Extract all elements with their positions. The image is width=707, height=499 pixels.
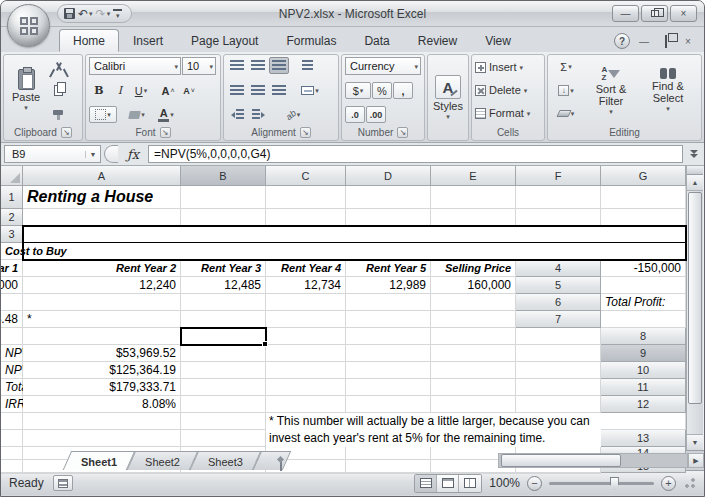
cell-E8[interactable]: [346, 345, 431, 362]
cell-B9[interactable]: $125,364.19: [23, 362, 181, 379]
cell-B2[interactable]: [181, 209, 266, 226]
tab-formulas[interactable]: Formulas: [272, 29, 350, 52]
orientation-button[interactable]: ab▾: [280, 106, 306, 123]
alignment-dialog-launcher[interactable]: ↘: [300, 127, 311, 138]
cell-F12[interactable]: [23, 430, 181, 447]
font-family-select[interactable]: Calibri▾: [89, 57, 181, 75]
cell-A14[interactable]: [1, 460, 23, 473]
cell-B10[interactable]: $179,333.71: [23, 379, 181, 396]
cell-G12[interactable]: [181, 430, 266, 447]
cell-B5[interactable]: [1, 294, 23, 311]
accounting-format-button[interactable]: $▾: [345, 82, 371, 99]
cell-G2[interactable]: [601, 209, 686, 226]
styles-button[interactable]: A Styles ▾: [428, 57, 468, 138]
bottom-align-button[interactable]: [269, 57, 289, 74]
cell-D10[interactable]: [266, 379, 346, 396]
cell-B4[interactable]: 12,000: [1, 277, 23, 294]
cell-G4[interactable]: 160,000: [431, 277, 516, 294]
cell-A15[interactable]: [1, 473, 23, 474]
cell-D1[interactable]: [346, 186, 431, 209]
column-header-D[interactable]: D: [346, 166, 431, 186]
row-header-12[interactable]: 12: [601, 396, 686, 413]
cell-G1[interactable]: [601, 186, 686, 209]
italic-button[interactable]: I: [110, 82, 130, 99]
cell-F2[interactable]: [516, 209, 601, 226]
cell-D9[interactable]: [266, 362, 346, 379]
cell-F11[interactable]: [431, 396, 516, 413]
row-header-1[interactable]: 1: [1, 186, 23, 209]
cell-D5[interactable]: [181, 294, 266, 311]
delete-cells-button[interactable]: Delete▾: [475, 81, 541, 99]
cell-D6[interactable]: [181, 311, 266, 328]
cell-F5[interactable]: [346, 294, 431, 311]
cell-E14[interactable]: [346, 460, 431, 473]
cell-A6[interactable]: Total Profit:: [601, 294, 686, 311]
cell-A11[interactable]: IRR:: [1, 396, 23, 413]
cell-E11[interactable]: [346, 396, 431, 413]
fill-button[interactable]: ↓▾: [551, 82, 581, 99]
column-header-A[interactable]: A: [23, 166, 181, 186]
cell-B6[interactable]: $72,448.48: [1, 311, 23, 328]
zoom-slider[interactable]: [549, 482, 654, 485]
cell-G6[interactable]: [431, 311, 516, 328]
cell-E1[interactable]: [431, 186, 516, 209]
number-dialog-launcher[interactable]: ↘: [397, 127, 408, 138]
cell-A4[interactable]: -150,000: [601, 260, 686, 277]
expand-formula-bar-button[interactable]: [686, 150, 701, 158]
cell-C8[interactable]: [181, 345, 266, 362]
cell-G11[interactable]: [516, 396, 601, 413]
resize-grip[interactable]: [683, 477, 696, 490]
tab-data[interactable]: Data: [350, 29, 403, 52]
cell-C7[interactable]: [23, 328, 181, 345]
cell-C9[interactable]: [181, 362, 266, 379]
paste-button[interactable]: Paste ▾: [7, 57, 45, 123]
format-painter-button[interactable]: [48, 104, 68, 121]
cell-A2[interactable]: [23, 209, 181, 226]
cell-F15[interactable]: [431, 473, 516, 474]
cell-F4[interactable]: 12,989: [346, 277, 431, 294]
workbook-minimize-button[interactable]: —: [636, 36, 652, 47]
customize-qat-button[interactable]: ▾: [113, 9, 122, 19]
cell-C10[interactable]: [181, 379, 266, 396]
row-header-13[interactable]: 13: [601, 430, 686, 447]
cell-E4[interactable]: 12,734: [266, 277, 346, 294]
vertical-scrollbar[interactable]: ▲ ▼: [686, 166, 703, 450]
cut-button[interactable]: [48, 59, 68, 76]
autosum-button[interactable]: Σ▾: [551, 58, 581, 75]
cell-C11[interactable]: [181, 396, 266, 413]
cell-B11[interactable]: 8.08%: [23, 396, 181, 413]
cell-B3[interactable]: Rent Year 1: [1, 260, 23, 277]
page-layout-view-button[interactable]: [437, 475, 459, 492]
top-align-button[interactable]: [227, 57, 247, 74]
cell-D2[interactable]: [346, 209, 431, 226]
zoom-level[interactable]: 100%: [489, 476, 520, 490]
macro-record-button[interactable]: [53, 475, 73, 491]
tab-review[interactable]: Review: [404, 29, 471, 52]
name-box[interactable]: B9 ▼: [4, 145, 101, 163]
sheet-tab-sheet2[interactable]: Sheet2: [131, 451, 194, 470]
cell-C5[interactable]: [23, 294, 181, 311]
scroll-up-button[interactable]: ▲: [687, 175, 703, 191]
cell-A8[interactable]: NPV of rent:: [1, 345, 23, 362]
align-left-button[interactable]: [227, 82, 247, 99]
cell-G10[interactable]: [516, 379, 601, 396]
cell-E12[interactable]: [1, 430, 23, 447]
cell-G7[interactable]: [516, 328, 601, 345]
workbook-restore-button[interactable]: [658, 36, 674, 47]
column-header-G[interactable]: G: [601, 166, 686, 186]
column-header-F[interactable]: F: [516, 166, 601, 186]
row-header-5[interactable]: 5: [516, 277, 601, 294]
cell-C6[interactable]: *: [23, 311, 181, 328]
row-header-8[interactable]: 8: [601, 328, 686, 345]
redo-button[interactable]: ↷▾: [96, 7, 111, 21]
cell-G3[interactable]: Selling Price: [431, 260, 516, 277]
cell-B1[interactable]: [181, 186, 266, 209]
name-box-dropdown-icon[interactable]: ▼: [85, 151, 100, 158]
number-format-select[interactable]: Currency▾: [345, 57, 421, 75]
cell-A1[interactable]: Renting a House: [23, 186, 181, 209]
office-button[interactable]: [7, 4, 50, 47]
increase-decimal-button[interactable]: .0: [345, 106, 365, 123]
bold-button[interactable]: B: [89, 82, 109, 99]
decrease-indent-button[interactable]: [227, 106, 247, 123]
row-header-3[interactable]: 3: [1, 226, 23, 243]
